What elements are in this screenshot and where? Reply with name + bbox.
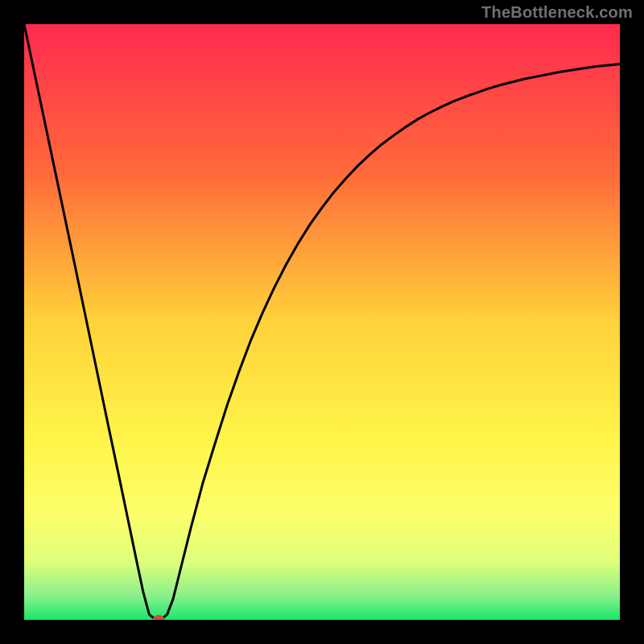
bottleneck-marker	[153, 615, 164, 620]
gradient-background	[24, 24, 620, 620]
chart-frame: TheBottleneck.com	[0, 0, 644, 644]
watermark-text: TheBottleneck.com	[481, 3, 633, 22]
plot-area	[24, 24, 620, 620]
plot-svg	[24, 24, 620, 620]
